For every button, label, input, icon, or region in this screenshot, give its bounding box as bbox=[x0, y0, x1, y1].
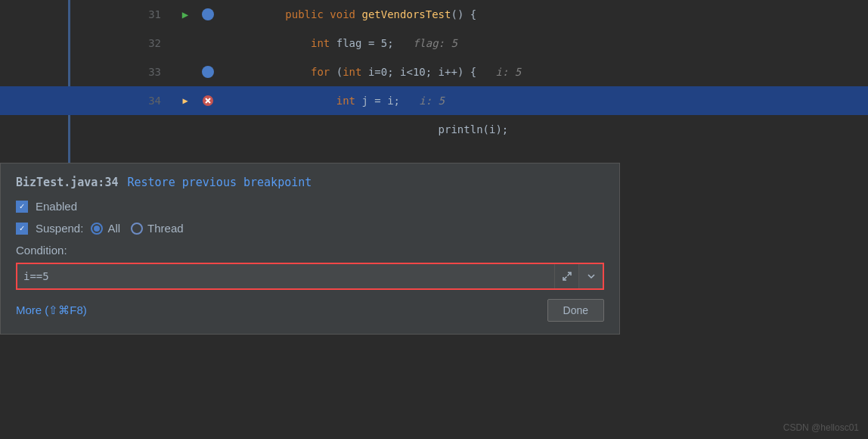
popup-footer: More (⇧⌘F8) Done bbox=[16, 299, 604, 322]
enabled-checkbox[interactable] bbox=[16, 201, 28, 213]
run-icon-31[interactable]: ▶ bbox=[182, 8, 188, 20]
breakpoint-31[interactable] bbox=[202, 8, 214, 20]
suspend-label: Suspend: bbox=[36, 222, 83, 235]
condition-input[interactable] bbox=[17, 264, 554, 288]
line-number-31: 31 bbox=[132, 8, 170, 20]
radio-all[interactable] bbox=[91, 223, 103, 235]
svg-line-4 bbox=[564, 277, 567, 280]
condition-input-container bbox=[16, 263, 604, 290]
condition-expand-button[interactable] bbox=[554, 264, 578, 288]
breakpoint-33[interactable] bbox=[202, 66, 214, 78]
popup-header: BizTest.java:34 Restore previous breakpo… bbox=[16, 176, 604, 189]
file-ref: BizTest.java:34 bbox=[16, 176, 118, 189]
watermark: CSDN @hellosc01 bbox=[783, 422, 859, 433]
radio-thread-label: Thread bbox=[147, 222, 184, 235]
restore-breakpoint-link[interactable]: Restore previous breakpoint bbox=[127, 176, 312, 189]
code-line-below: println(i); bbox=[0, 115, 868, 144]
condition-label: Condition: bbox=[16, 244, 604, 257]
line-number-34: 34 bbox=[132, 95, 170, 107]
line-content-below: println(i); bbox=[215, 111, 868, 148]
suspend-radio-group: All Thread bbox=[91, 222, 183, 235]
code-editor: 31 ▶ public void getVendorsTest() { 32 i… bbox=[0, 0, 868, 163]
radio-all-label: All bbox=[107, 222, 120, 235]
dropdown-icon bbox=[587, 272, 596, 281]
radio-thread[interactable] bbox=[131, 223, 143, 235]
breakpoint-34[interactable] bbox=[202, 95, 214, 107]
radio-thread-option[interactable]: Thread bbox=[131, 222, 184, 235]
expand-icon bbox=[562, 271, 572, 282]
arrow-34: ▶ bbox=[182, 95, 188, 106]
breakpoint-slot-34 bbox=[200, 95, 215, 107]
breakpoint-slot-33 bbox=[200, 66, 215, 78]
suspend-row: Suspend: All Thread bbox=[16, 222, 604, 235]
condition-dropdown-button[interactable] bbox=[578, 264, 603, 288]
svg-line-3 bbox=[567, 273, 570, 276]
breakpoint-slot-31 bbox=[200, 8, 215, 20]
suspend-checkbox[interactable] bbox=[16, 223, 28, 235]
enabled-row: Enabled bbox=[16, 200, 604, 213]
breakpoint-popup: BizTest.java:34 Restore previous breakpo… bbox=[0, 163, 620, 335]
radio-all-option[interactable]: All bbox=[91, 222, 120, 235]
more-link[interactable]: More (⇧⌘F8) bbox=[16, 304, 87, 317]
line-gutter-31: ▶ bbox=[170, 8, 200, 20]
line-number-33: 33 bbox=[132, 66, 170, 78]
line-gutter-34: ▶ bbox=[170, 95, 200, 106]
done-button[interactable]: Done bbox=[547, 299, 604, 322]
enabled-label: Enabled bbox=[36, 200, 77, 213]
line-number-32: 32 bbox=[132, 37, 170, 49]
